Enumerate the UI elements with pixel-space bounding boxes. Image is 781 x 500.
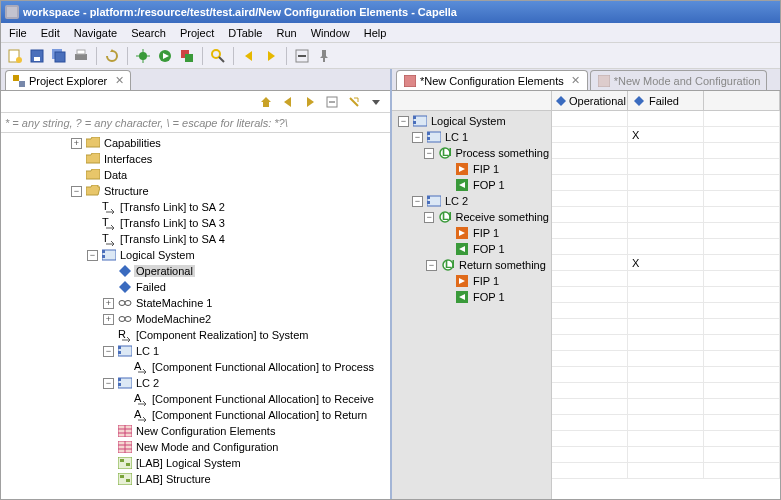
table-cell[interactable] (628, 303, 704, 319)
link-editor-button[interactable] (344, 92, 364, 112)
table-cell[interactable] (552, 447, 628, 463)
ext-tools-dropdown-button[interactable] (177, 46, 197, 66)
menu-file[interactable]: File (3, 25, 33, 41)
table-row[interactable]: FOP 1 (392, 289, 551, 305)
expand-toggle[interactable]: − (87, 250, 98, 261)
save-all-button[interactable] (49, 46, 69, 66)
tree-item[interactable]: +Capabilities (21, 135, 390, 151)
table-cell[interactable] (628, 207, 704, 223)
menu-help[interactable]: Help (358, 25, 393, 41)
tree-item[interactable]: T[Transfo Link] to SA 3 (21, 215, 390, 231)
table-cell[interactable] (552, 255, 628, 271)
tab-config-elements[interactable]: *New Configuration Elements ✕ (396, 70, 588, 90)
table-cell[interactable] (628, 175, 704, 191)
table-cell[interactable] (628, 335, 704, 351)
tree-item[interactable]: −LC 1 (21, 343, 390, 359)
project-tree[interactable]: +CapabilitiesInterfacesData−StructureT[T… (1, 133, 390, 499)
tree-item[interactable]: A[Component Functional Allocation] to Re… (21, 391, 390, 407)
table-cell[interactable] (628, 143, 704, 159)
expand-toggle[interactable]: − (103, 378, 114, 389)
tree-item[interactable]: +StateMachine 1 (21, 295, 390, 311)
tree-item[interactable]: +ModeMachine2 (21, 311, 390, 327)
table-row[interactable]: −LFReceive something (392, 209, 551, 225)
collapse-button[interactable] (292, 46, 312, 66)
table-row[interactable]: −LC 1 (392, 129, 551, 145)
table-cell[interactable] (628, 447, 704, 463)
menu-project[interactable]: Project (174, 25, 220, 41)
table-row[interactable]: FOP 1 (392, 241, 551, 257)
expand-toggle[interactable]: − (424, 148, 434, 159)
debug-dropdown-button[interactable] (133, 46, 153, 66)
table-cell[interactable] (628, 319, 704, 335)
table-cell[interactable] (552, 303, 628, 319)
save-button[interactable] (27, 46, 47, 66)
expand-toggle[interactable]: − (71, 186, 82, 197)
tree-item[interactable]: Operational (21, 263, 390, 279)
table-row[interactable]: FIP 1 (392, 273, 551, 289)
refresh-button[interactable] (102, 46, 122, 66)
menu-navigate[interactable]: Navigate (68, 25, 123, 41)
table-cell[interactable] (552, 143, 628, 159)
expand-toggle[interactable]: − (426, 260, 437, 271)
back-nav-button[interactable] (278, 92, 298, 112)
home-button[interactable] (256, 92, 276, 112)
tab-mode-config[interactable]: *New Mode and Configuration (590, 70, 768, 90)
table-cell[interactable] (552, 271, 628, 287)
table-cell[interactable] (552, 463, 628, 479)
column-header-failed[interactable]: Failed (628, 91, 704, 110)
expand-toggle[interactable]: − (398, 116, 409, 127)
tree-item[interactable]: A[Component Functional Allocation] to Pr… (21, 359, 390, 375)
table-row[interactable]: FOP 1 (392, 177, 551, 193)
table-cell[interactable] (628, 223, 704, 239)
tree-item[interactable]: New Configuration Elements (21, 423, 390, 439)
table-cell[interactable] (552, 175, 628, 191)
table-cell[interactable] (552, 127, 628, 143)
table-cell[interactable] (552, 399, 628, 415)
tree-item[interactable]: Interfaces (21, 151, 390, 167)
forward-button[interactable] (261, 46, 281, 66)
pin-button[interactable] (314, 46, 334, 66)
tree-item[interactable]: −LC 2 (21, 375, 390, 391)
table-cell[interactable] (552, 239, 628, 255)
filter-input[interactable]: * = any string, ? = any character, \ = e… (5, 117, 288, 129)
menu-edit[interactable]: Edit (35, 25, 66, 41)
view-menu-button[interactable] (366, 92, 386, 112)
table-cell[interactable] (552, 111, 628, 127)
table-cell[interactable] (552, 335, 628, 351)
tree-item[interactable]: R[Component Realization] to System (21, 327, 390, 343)
new-dropdown-button[interactable] (5, 46, 25, 66)
expand-toggle[interactable]: + (103, 314, 114, 325)
table-cell[interactable] (552, 383, 628, 399)
table-cell[interactable] (628, 111, 704, 127)
menu-window[interactable]: Window (305, 25, 356, 41)
table-row[interactable]: FIP 1 (392, 161, 551, 177)
table-cell[interactable] (552, 207, 628, 223)
table-cell[interactable]: X (628, 127, 704, 143)
expand-toggle[interactable]: + (103, 298, 114, 309)
table-cell[interactable] (628, 287, 704, 303)
table-cell[interactable] (628, 191, 704, 207)
back-button[interactable] (239, 46, 259, 66)
expand-toggle[interactable]: − (412, 196, 423, 207)
table-cell[interactable] (628, 271, 704, 287)
tree-item[interactable]: [LAB] Structure (21, 471, 390, 487)
table-cell[interactable] (628, 415, 704, 431)
table-cell[interactable] (552, 191, 628, 207)
table-cell[interactable] (552, 319, 628, 335)
table-row[interactable]: FIP 1 (392, 225, 551, 241)
expand-toggle[interactable]: − (424, 212, 434, 223)
menu-search[interactable]: Search (125, 25, 172, 41)
table-cell[interactable] (628, 399, 704, 415)
close-icon[interactable]: ✕ (114, 74, 124, 87)
table-cell[interactable] (552, 367, 628, 383)
table-cell[interactable]: X (628, 255, 704, 271)
tree-item[interactable]: T[Transfo Link] to SA 2 (21, 199, 390, 215)
tree-item[interactable]: New Mode and Configuration (21, 439, 390, 455)
tree-item[interactable]: A[Component Functional Allocation] to Re… (21, 407, 390, 423)
print-button[interactable] (71, 46, 91, 66)
expand-toggle[interactable]: + (71, 138, 82, 149)
expand-toggle[interactable]: − (412, 132, 423, 143)
table-cell[interactable] (552, 159, 628, 175)
table-cell[interactable] (628, 463, 704, 479)
tree-item[interactable]: −Structure (21, 183, 390, 199)
